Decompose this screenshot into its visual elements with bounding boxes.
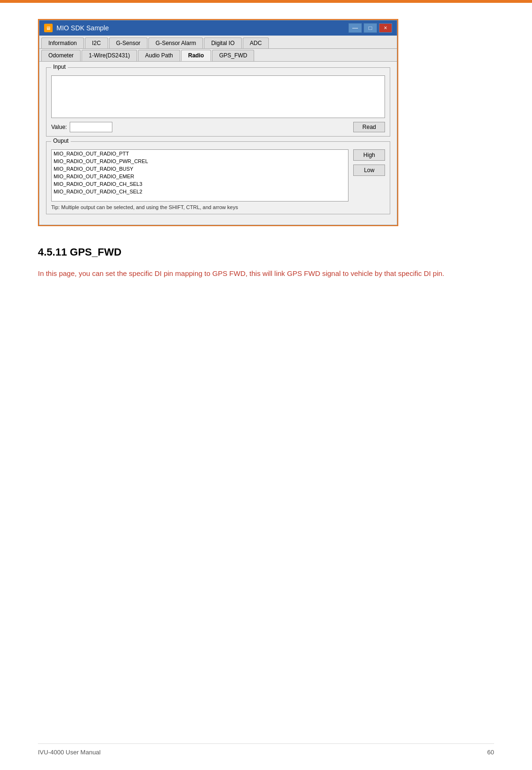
tab-gps-fwd[interactable]: GPS_FWD [212, 50, 254, 61]
input-section-label: Input [51, 64, 68, 70]
input-section: Input Value: Read [46, 67, 390, 137]
list-item[interactable]: MIO_RADIO_OUT_RADIO_PTT [52, 150, 348, 157]
output-section-content: MIO_RADIO_OUT_RADIO_PTT MIO_RADIO_OUT_RA… [51, 149, 385, 202]
output-section: Ouput MIO_RADIO_OUT_RADIO_PTT MIO_RADIO_… [46, 141, 390, 214]
output-buttons: High Low [353, 149, 385, 176]
tab-radio[interactable]: Radio [181, 50, 211, 61]
list-item[interactable]: MIO_RADIO_OUT_RADIO_CH_SEL3 [52, 180, 348, 188]
window-body: Input Value: Read Ouput [39, 62, 397, 225]
tab-information[interactable]: Information [41, 37, 84, 48]
tab-i2c[interactable]: I2C [85, 37, 108, 48]
list-item[interactable]: MIO_RADIO_OUT_RADIO_PWR_CREL [52, 157, 348, 165]
footer-left: IVU-4000 User Manual [38, 749, 101, 756]
output-listbox-wrapper: MIO_RADIO_OUT_RADIO_PTT MIO_RADIO_OUT_RA… [51, 149, 349, 202]
description-text: In this page, you can set the specific D… [38, 268, 494, 279]
footer: IVU-4000 User Manual 60 [38, 743, 494, 756]
titlebar: 🖥 MIO SDK Sample — □ × [39, 20, 397, 36]
value-label: Value: [51, 124, 67, 130]
tip-text: Tip: Multiple output can be selected, an… [51, 204, 385, 210]
list-item[interactable]: MIO_RADIO_OUT_RADIO_BUSY [52, 165, 348, 173]
tab-gsensor[interactable]: G-Sensor [109, 37, 147, 48]
minimize-button[interactable]: — [349, 23, 362, 33]
tab-audio-path[interactable]: Audio Path [138, 50, 180, 61]
high-button[interactable]: High [353, 149, 385, 161]
input-listbox[interactable] [51, 75, 385, 118]
value-input[interactable] [70, 122, 112, 132]
top-border [0, 0, 532, 3]
value-row: Value: Read [51, 122, 385, 132]
tab-adc[interactable]: ADC [243, 37, 269, 48]
tabs-row2: Odometer 1-Wire(DS2431) Audio Path Radio… [39, 49, 397, 62]
list-item[interactable]: MIO_RADIO_OUT_RADIO_CH_SEL2 [52, 188, 348, 195]
tabs-row1: Information I2C G-Sensor G-Sensor Alarm … [39, 36, 397, 49]
footer-right: 60 [487, 749, 494, 756]
window-controls: — □ × [349, 23, 392, 33]
low-button[interactable]: Low [353, 165, 385, 176]
window-title: MIO SDK Sample [56, 24, 109, 32]
read-button[interactable]: Read [353, 122, 385, 132]
tab-odometer[interactable]: Odometer [41, 50, 81, 61]
value-left: Value: [51, 122, 112, 132]
output-listbox[interactable]: MIO_RADIO_OUT_RADIO_PTT MIO_RADIO_OUT_RA… [51, 149, 349, 202]
tab-1wire[interactable]: 1-Wire(DS2431) [82, 50, 137, 61]
tab-gsensor-alarm[interactable]: G-Sensor Alarm [148, 37, 203, 48]
list-item[interactable]: MIO_RADIO_OUT_RADIO_EMER [52, 173, 348, 180]
output-section-label: Ouput [51, 138, 71, 144]
maximize-button[interactable]: □ [364, 23, 377, 33]
close-button[interactable]: × [379, 23, 392, 33]
window-screenshot: 🖥 MIO SDK Sample — □ × Information I2C G… [38, 19, 398, 226]
titlebar-left: 🖥 MIO SDK Sample [44, 24, 109, 32]
section-heading: 4.5.11 GPS_FWD [38, 246, 494, 258]
app-window: 🖥 MIO SDK Sample — □ × Information I2C G… [39, 20, 397, 225]
tab-digital-io[interactable]: Digital IO [204, 37, 241, 48]
input-section-content: Value: Read [51, 75, 385, 132]
app-icon: 🖥 [44, 24, 53, 32]
